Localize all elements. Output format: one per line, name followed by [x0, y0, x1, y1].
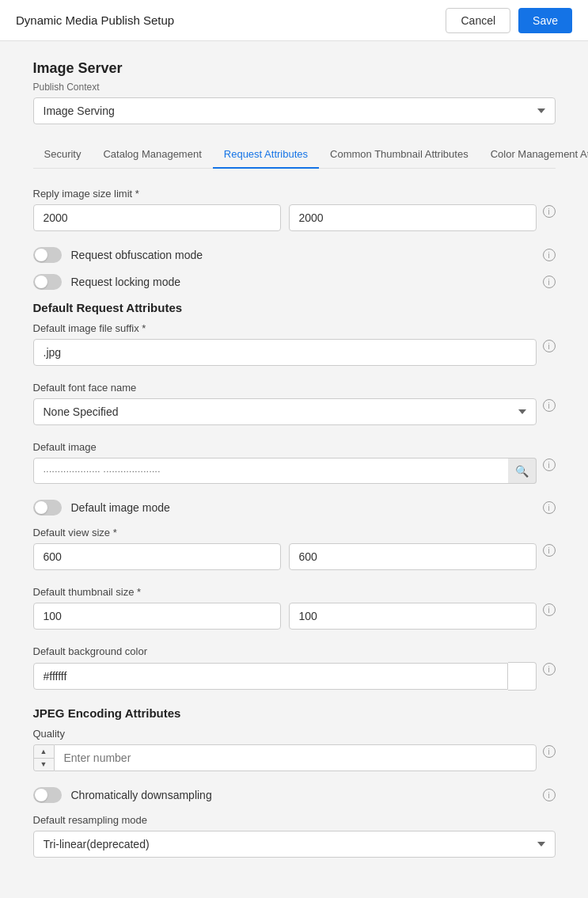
quality-input[interactable]	[54, 744, 537, 771]
default-font-label: Default font face name	[33, 382, 537, 394]
request-locking-toggle[interactable]	[33, 274, 62, 290]
default-thumbnail-size-info-icon[interactable]: i	[543, 603, 556, 616]
default-bg-color-label: Default background color	[33, 645, 537, 657]
browse-icon: 🔍	[515, 465, 529, 478]
top-bar-actions: Cancel Save	[446, 8, 572, 33]
tab-thumbnail[interactable]: Common Thumbnail Attributes	[319, 140, 480, 168]
request-locking-info-icon[interactable]: i	[543, 276, 556, 288]
default-view-size-info-icon[interactable]: i	[543, 544, 556, 557]
default-request-section-title: Default Request Attributes	[33, 301, 556, 314]
tab-catalog[interactable]: Catalog Management	[92, 140, 212, 168]
default-image-mode-info-icon[interactable]: i	[543, 501, 556, 514]
tab-color[interactable]: Color Management Attributes	[480, 140, 588, 168]
default-image-mode-label: Default image mode	[71, 501, 170, 514]
color-swatch[interactable]	[508, 662, 537, 691]
default-view-size-input-2[interactable]	[289, 543, 537, 570]
default-bg-color-input[interactable]	[33, 663, 508, 690]
quality-stepper-down[interactable]: ▼	[34, 759, 54, 771]
default-thumbnail-size-label: Default thumbnail size *	[33, 586, 537, 598]
default-suffix-label: Default image file suffix *	[33, 322, 537, 334]
chromatically-downsampling-info-icon[interactable]: i	[543, 789, 556, 801]
default-view-size-input-1[interactable]	[33, 543, 281, 570]
request-locking-label: Request locking mode	[71, 276, 181, 288]
default-suffix-info-icon[interactable]: i	[543, 340, 556, 352]
tabs: Security Catalog Management Request Attr…	[33, 140, 556, 169]
request-obfuscation-toggle[interactable]	[33, 247, 62, 263]
cancel-button[interactable]: Cancel	[446, 8, 510, 33]
default-suffix-input[interactable]	[33, 339, 537, 366]
publish-context-select[interactable]: Image Serving	[33, 97, 556, 124]
default-font-info-icon[interactable]: i	[543, 399, 556, 412]
default-image-info-icon[interactable]: i	[543, 459, 556, 471]
default-resampling-label: Default resampling mode	[33, 814, 556, 826]
app-title: Dynamic Media Publish Setup	[16, 13, 174, 27]
quality-info-icon[interactable]: i	[543, 745, 556, 758]
request-obfuscation-label: Request obfuscation mode	[71, 249, 203, 261]
default-image-input[interactable]	[33, 458, 537, 484]
reply-size-input-2[interactable]	[289, 204, 537, 231]
default-image-label: Default image	[33, 441, 537, 453]
default-thumbnail-size-input-1[interactable]	[33, 603, 281, 630]
request-obfuscation-info-icon[interactable]: i	[543, 249, 556, 261]
image-browse-button[interactable]: 🔍	[508, 458, 537, 484]
reply-size-label: Reply image size limit *	[33, 188, 537, 200]
section-title: Image Server	[33, 60, 556, 77]
quality-label: Quality	[33, 728, 537, 740]
quality-stepper-up[interactable]: ▲	[34, 745, 54, 759]
publish-context-label: Publish Context	[33, 82, 556, 93]
tab-security[interactable]: Security	[33, 140, 93, 168]
default-image-mode-toggle[interactable]	[33, 500, 62, 516]
reply-size-info-icon[interactable]: i	[543, 205, 556, 218]
save-button[interactable]: Save	[518, 8, 572, 33]
default-resampling-select[interactable]: Tri-linear(deprecated)	[33, 831, 556, 858]
chromatically-downsampling-toggle[interactable]	[33, 787, 62, 803]
jpeg-section-title: JPEG Encoding Attributes	[33, 706, 556, 720]
chromatically-downsampling-label: Chromatically downsampling	[71, 789, 212, 801]
default-thumbnail-size-input-2[interactable]	[289, 603, 537, 630]
top-bar: Dynamic Media Publish Setup Cancel Save	[0, 0, 588, 41]
default-bg-color-info-icon[interactable]: i	[543, 663, 556, 675]
reply-size-input-1[interactable]	[33, 204, 281, 231]
default-font-select[interactable]: None Specified	[33, 398, 537, 425]
default-view-size-label: Default view size *	[33, 527, 537, 538]
tab-request-attributes[interactable]: Request Attributes	[213, 140, 319, 168]
